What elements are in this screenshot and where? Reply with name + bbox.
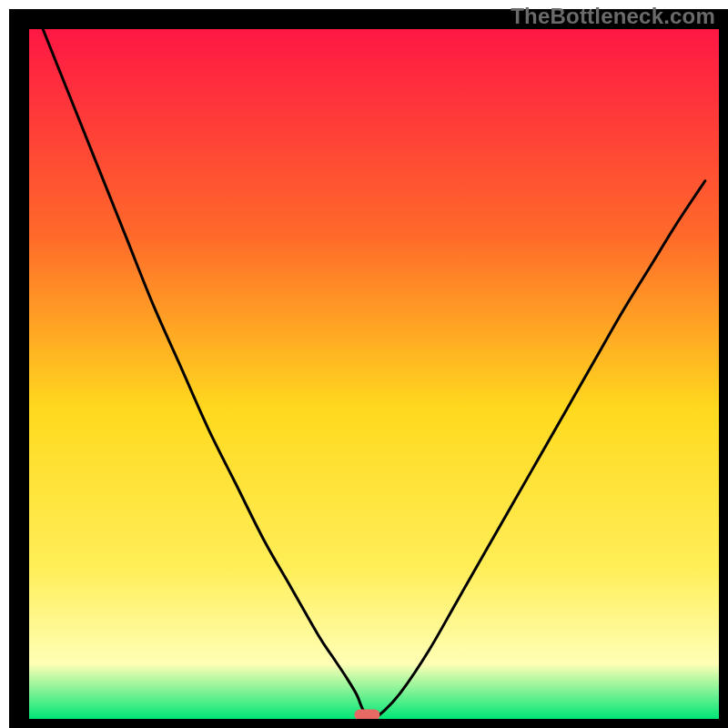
watermark-text: TheBottleneck.com bbox=[511, 4, 715, 29]
optimal-point-marker bbox=[354, 709, 379, 720]
plot-frame bbox=[9, 719, 728, 728]
plot-frame bbox=[719, 9, 728, 728]
plot-background bbox=[29, 29, 719, 719]
plot-frame bbox=[9, 9, 29, 728]
bottleneck-chart bbox=[0, 0, 728, 728]
chart-container: TheBottleneck.com bbox=[0, 0, 728, 728]
